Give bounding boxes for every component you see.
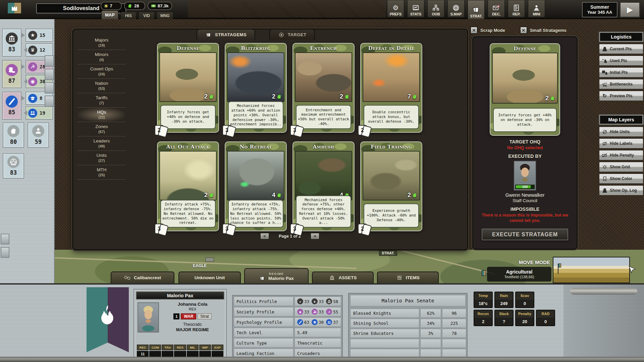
button-hide-penalty[interactable]: Hide Penalty — [599, 150, 643, 160]
unit-sprite[interactable] — [205, 257, 214, 262]
menu-button-mini[interactable]: MINI — [528, 0, 545, 17]
leader-portrait[interactable] — [138, 302, 159, 333]
regime-info: Johanna Cola REX 1 WAR Strat Theocratic … — [161, 302, 224, 332]
page-prev-button[interactable]: < — [260, 233, 269, 240]
category-minors[interactable]: Minors(4) — [78, 50, 125, 64]
hammer-sickle-icon: ☭ — [28, 62, 37, 71]
category-zones[interactable]: Zones(67) — [78, 122, 125, 136]
stratagem-card-defeat-in-detail[interactable]: Defeat in Detail7Double concentric attac… — [360, 43, 422, 133]
end-turn-button[interactable]: ▶ — [620, 2, 640, 18]
stat-tile-single[interactable]: 80 — [3, 122, 24, 148]
category-tariffs[interactable]: Tariffs(7) — [78, 93, 125, 108]
stat-tile-sub[interactable]: ★15 — [25, 28, 53, 42]
mini-icon — [533, 4, 540, 11]
category-nation[interactable]: Nation(53) — [78, 79, 125, 93]
category-count: (67) — [78, 130, 125, 134]
category-units[interactable]: Units(27) — [78, 151, 125, 165]
menu-button-smap[interactable]: S.MAP — [447, 0, 465, 17]
resource-cash[interactable]: 87.3k — [148, 2, 172, 10]
category-covert-ops[interactable]: Covert Ops(24) — [78, 64, 125, 79]
category-leaders[interactable]: Leaders(49) — [78, 136, 125, 151]
button-hide-units[interactable]: Hide Units — [599, 127, 643, 137]
checkbox-small-stratagems[interactable]: ✕Small Stratagems — [520, 26, 567, 34]
profile-stats: ★33♛3358 — [294, 297, 341, 306]
bottom-tab-malorio-pax[interactable]: REGIMEMalorio Pax — [244, 268, 309, 283]
posture-mode-button[interactable]: Strat — [198, 313, 211, 319]
status-heading: IMPOSSIBLE — [511, 206, 539, 212]
button-show-color[interactable]: Show Color — [599, 174, 643, 184]
category-mth[interactable]: MTH(25) — [78, 165, 125, 180]
stratagem-card-entrench[interactable]: Entrench2Entrenchment and maximum entren… — [292, 43, 355, 133]
tab-target[interactable]: TARGET — [269, 29, 315, 40]
stratagem-card-defense[interactable]: Defense2Infantry forces get +40% on defe… — [157, 43, 219, 133]
button-initial-pts[interactable]: Initial Pts — [599, 67, 643, 77]
category-list: Majors(19)Minors(4)Covert Ops(24)Nation(… — [78, 36, 125, 180]
bottom-tab-calibancrest[interactable]: Calibancrest — [111, 272, 174, 283]
resource-fist[interactable]: 28 — [124, 2, 145, 10]
checkbox-scrap-mode[interactable]: ✕Scrap Mode — [470, 26, 505, 34]
page-next-button[interactable]: > — [310, 233, 320, 240]
eye-icon: ◉ — [28, 77, 37, 86]
menu-button-prefs[interactable]: ⚙PREFS — [387, 0, 404, 17]
stat-value: 87 — [8, 77, 15, 84]
button-used-pts[interactable]: Used Pts — [599, 56, 643, 66]
side-tab[interactable] — [1, 234, 9, 244]
card-art: 2 — [159, 52, 217, 102]
side-tab[interactable] — [45, 96, 54, 107]
button-preview-pts[interactable]: ↻Preview Pts — [599, 91, 643, 101]
tab-vid[interactable]: VID — [139, 12, 155, 19]
tab-stratagems[interactable]: STRATAGEMS — [197, 29, 255, 40]
refresh-icon: ↻ — [601, 93, 608, 99]
bottom-tab-assets[interactable]: ASSETS — [312, 272, 374, 283]
stat-tile-main[interactable]: 85 — [2, 92, 21, 120]
button-show-grid[interactable]: Show Grid — [599, 162, 643, 172]
unit-map-label[interactable]: STRAT. — [379, 250, 397, 256]
executor-score-bar: 100 — [515, 185, 535, 189]
menu-button-dec[interactable]: DEC. — [488, 0, 505, 17]
menu-button-oob[interactable]: OOB — [427, 0, 444, 17]
fist-icon — [209, 192, 214, 198]
executor-portrait[interactable]: 100 — [514, 161, 536, 190]
button-bottlenecks[interactable]: Bottlenecks — [599, 79, 643, 89]
side-tab[interactable] — [45, 69, 54, 80]
card-art: 4 — [295, 151, 352, 200]
execute-stratagem-button[interactable]: EXECUTE STRATAGEM — [482, 229, 568, 240]
stat-tile-sub[interactable]: 19 — [25, 106, 53, 120]
button-label: Preview Pts — [610, 94, 632, 98]
bottom-tab-items[interactable]: ITEMS — [377, 272, 439, 283]
resource-sun[interactable]: ☀7 — [101, 2, 122, 10]
side-tab[interactable] — [45, 82, 54, 94]
stat-tile-single[interactable]: 59 — [28, 122, 49, 148]
button-hide-labels[interactable]: Hide Labels — [599, 138, 643, 148]
stat-value: 83 — [10, 169, 17, 176]
menu-button-strat[interactable]: STRAT. — [468, 0, 485, 19]
category-label: Nation — [78, 81, 125, 86]
menu-button-rep[interactable]: REP. — [508, 0, 525, 17]
stat-tile-main[interactable]: 87 — [2, 60, 21, 88]
mini-stat-value — [174, 351, 186, 357]
execution-panel: Defense 2 Infantry forces get +40% on de… — [472, 36, 578, 250]
location-preview[interactable] — [553, 257, 630, 283]
side-tab[interactable] — [45, 55, 54, 67]
category-majors[interactable]: Majors(19) — [78, 36, 125, 50]
stratagem-card-blitzkrieg[interactable]: Blitzkrieg2Mechanized forces attack +60%… — [225, 43, 287, 133]
tab-mng[interactable]: MNG — [157, 12, 173, 19]
side-tab[interactable] — [1, 247, 9, 258]
stratagem-card-all-out-attack[interactable]: All Out Attack2Infantry attack +75%, inf… — [157, 141, 219, 231]
button-show-op--log[interactable]: Show Op. Log — [599, 185, 643, 195]
tab-map[interactable]: MAP — [101, 10, 118, 19]
category-hqs[interactable]: HQs(22) — [78, 108, 125, 122]
regime-flag-icon[interactable] — [5, 1, 23, 18]
stratagem-card-no-retreat[interactable]: No Retreat4Infantry defense +75%, infant… — [225, 141, 287, 231]
button-label: Initial Pts — [610, 70, 628, 75]
stratagem-card-ambush[interactable]: Ambush4Mechanized forces defense +75%, o… — [292, 141, 355, 231]
stat-tile-single[interactable]: 83 — [3, 153, 24, 179]
leader-title: REX — [161, 307, 224, 311]
button-current-pts[interactable]: Current Pts — [599, 44, 643, 54]
menu-button-stats[interactable]: STATS — [407, 0, 424, 17]
bottom-tab-unknown-unit[interactable]: Unknown Unit — [178, 272, 241, 283]
stat-tile-main[interactable]: 83 — [2, 28, 21, 57]
stat-tile-sub[interactable]: ♛12 — [25, 43, 53, 57]
stratagem-card-field-training[interactable]: Field Training2Experience growth +100%. … — [360, 141, 422, 231]
tab-his[interactable]: HIS — [120, 12, 137, 19]
